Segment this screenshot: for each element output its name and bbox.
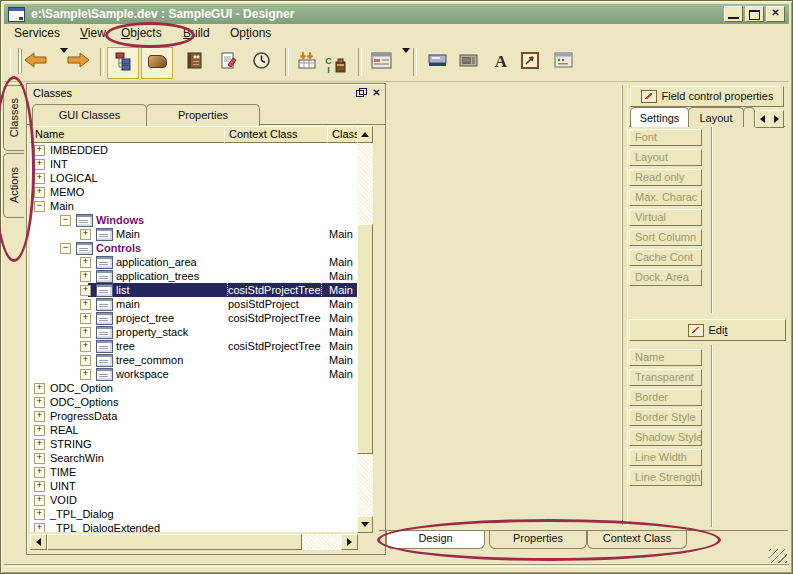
scroll-left-button[interactable] [30, 534, 47, 550]
tab-layout[interactable]: Layout [688, 107, 744, 127]
edit-button[interactable]: Edit [629, 319, 786, 341]
layout-button[interactable]: Layout [629, 149, 702, 166]
tree-row-real[interactable]: +REAL [30, 423, 357, 437]
tree-row-main[interactable]: −Main [30, 199, 357, 213]
dialog-form-button[interactable] [549, 48, 577, 76]
scroll-up-button[interactable] [357, 126, 373, 143]
expand-icon[interactable]: + [34, 173, 45, 184]
expand-icon[interactable]: + [80, 299, 91, 310]
panel-float-button[interactable] [352, 86, 367, 100]
expand-icon[interactable]: + [34, 145, 45, 156]
dock-tab-classes[interactable]: Classes [3, 85, 24, 151]
close-button[interactable]: ✕ [766, 6, 785, 22]
expand-icon[interactable]: + [34, 425, 45, 436]
line-strength-button[interactable]: Line Strength [629, 469, 702, 486]
tree-row-odc-options[interactable]: +ODC_Options [30, 395, 357, 409]
tree-row-progressdata[interactable]: +ProgressData [30, 409, 357, 423]
border-style-button[interactable]: Border Style [629, 409, 702, 426]
expand-icon[interactable]: + [80, 313, 91, 324]
tree-row-void[interactable]: +VOID [30, 493, 357, 507]
expand-icon[interactable]: + [80, 257, 91, 268]
expand-icon[interactable]: + [34, 495, 45, 506]
forward-arrow-button[interactable] [64, 48, 92, 76]
class-tree-view-button[interactable] [107, 47, 139, 79]
virtual-button[interactable]: Virtual [629, 209, 702, 226]
memory-device-button[interactable] [454, 48, 482, 76]
bottom-tab-design[interactable]: Design [386, 531, 485, 549]
tree-row-workspace[interactable]: +workspaceMain [30, 367, 357, 381]
panel-close-button[interactable]: ✕ [369, 86, 384, 100]
tree-row-uint[interactable]: +UINT [30, 479, 357, 493]
expand-icon[interactable]: + [34, 523, 45, 532]
clock-button[interactable] [247, 48, 275, 76]
expand-icon[interactable]: + [34, 397, 45, 408]
maximize-button[interactable] [745, 6, 764, 22]
shadow-style-button[interactable]: Shadow Style [629, 429, 702, 446]
line-width-button[interactable]: Line Width [629, 449, 702, 466]
class-instance-button[interactable]: CI [322, 48, 350, 76]
tab-scroll-left-button[interactable] [755, 110, 770, 128]
menu-build[interactable]: Build [183, 26, 210, 40]
sort-column-button[interactable]: Sort Column [629, 229, 702, 246]
cache-cont-button[interactable]: Cache Cont [629, 249, 702, 266]
edit-document-button[interactable] [214, 48, 242, 76]
tree-row-property-stack[interactable]: +property_stackMain [30, 325, 357, 339]
tree-row-time[interactable]: +TIME [30, 465, 357, 479]
tree-row-tree-common[interactable]: +tree_commonMain [30, 353, 357, 367]
menu-objects[interactable]: Objects [121, 26, 162, 40]
tree-row-string[interactable]: +STRING [30, 437, 357, 451]
expand-icon[interactable]: + [80, 327, 91, 338]
expand-icon[interactable]: + [80, 355, 91, 366]
eraser-button[interactable] [141, 47, 173, 79]
expand-icon[interactable]: + [34, 439, 45, 450]
tree-row-main[interactable]: +MainMain [30, 227, 357, 241]
tree-row-memo[interactable]: +MEMO [30, 185, 357, 199]
tree-row-project-tree[interactable]: +project_treecosiStdProjectTreeMain [30, 311, 357, 325]
expand-icon[interactable]: + [34, 481, 45, 492]
tree-row-int[interactable]: +INT [30, 157, 357, 171]
tree-row-imbedded[interactable]: +IMBEDDED [30, 143, 357, 157]
tree-row-application-trees[interactable]: +application_treesMain [30, 269, 357, 283]
name-button[interactable]: Name [629, 349, 702, 366]
expand-icon[interactable]: + [80, 341, 91, 352]
scroll-down-button[interactable] [357, 516, 373, 533]
tab-gui-classes[interactable]: GUI Classes [32, 104, 147, 126]
import-table-button[interactable] [293, 48, 321, 76]
tree-row-tpl-dialogextended[interactable]: +_TPL_DialogExtended [30, 521, 357, 532]
image-editor-button[interactable] [516, 48, 544, 76]
vscroll-thumb[interactable] [357, 224, 373, 454]
tree-row-controls[interactable]: −Controls [30, 241, 357, 255]
collapse-icon[interactable]: − [60, 215, 71, 226]
expand-icon[interactable]: + [80, 285, 91, 296]
menu-services[interactable]: Services [14, 26, 60, 40]
expand-icon[interactable]: + [34, 467, 45, 478]
tree-row-list[interactable]: +listcosiStdProjectTreeMain [30, 283, 357, 297]
border-button[interactable]: Border [629, 389, 702, 406]
minimize-button[interactable] [724, 6, 743, 22]
hscroll-thumb[interactable] [47, 534, 302, 550]
tab-properties[interactable]: Properties [146, 104, 260, 126]
scroll-right-button[interactable] [341, 534, 358, 550]
column-header-name[interactable]: Name [30, 126, 228, 143]
tree-row-windows[interactable]: −Windows [30, 213, 357, 227]
dock-tab-actions[interactable]: Actions [3, 153, 24, 218]
tree-row-tpl-dialog[interactable]: +_TPL_Dialog [30, 507, 357, 521]
tree-hscrollbar[interactable] [30, 534, 357, 550]
window-form-button[interactable] [367, 48, 395, 76]
tree-row-odc-option[interactable]: +ODC_Option [30, 381, 357, 395]
expand-icon[interactable]: + [34, 411, 45, 422]
max-charac-button[interactable]: Max. Charac [629, 189, 702, 206]
tab-scroll-right-button[interactable] [769, 110, 784, 128]
expand-icon[interactable]: + [80, 369, 91, 380]
menu-options[interactable]: Options [230, 26, 271, 40]
dock-area-button[interactable]: Dock. Area [629, 269, 702, 286]
printer-button[interactable] [423, 48, 451, 76]
collapse-icon[interactable]: − [60, 243, 71, 254]
expand-icon[interactable]: + [80, 271, 91, 282]
tree-row-tree[interactable]: +treecosiStdProjectTreeMain [30, 339, 357, 353]
tree-row-main[interactable]: +mainposiStdProjectMain [30, 297, 357, 311]
bottom-tab-context-class[interactable]: Context Class [587, 531, 687, 549]
expand-icon[interactable]: + [80, 229, 91, 240]
expand-icon[interactable]: + [34, 383, 45, 394]
bottom-tab-properties[interactable]: Properties [489, 531, 587, 549]
